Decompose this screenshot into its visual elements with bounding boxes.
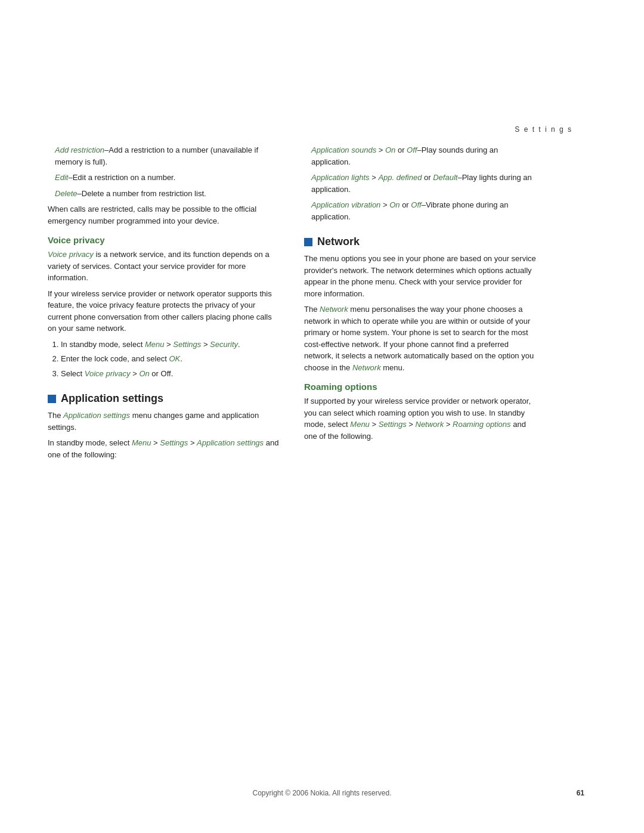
step3-end: . xyxy=(171,369,174,378)
edit-block: Edit–Edit a restriction on a number. xyxy=(48,172,280,184)
step-2: Enter the lock code, and select OK. xyxy=(61,353,280,365)
left-column: Add restriction–Add a restriction to a n… xyxy=(48,144,280,465)
voice-privacy-heading-text: Voice privacy xyxy=(48,235,105,245)
step1-menu: Menu xyxy=(145,340,165,349)
edit-text: –Edit a restriction on a number. xyxy=(68,173,175,182)
network-p2-final: menu. xyxy=(381,363,405,372)
edit-para: Edit–Edit a restriction on a number. xyxy=(55,172,280,184)
right-column: Application sounds > On or Off–Play soun… xyxy=(304,144,537,465)
page-header: S e t t i n g s xyxy=(0,0,644,134)
roaming-sep3: > xyxy=(444,420,453,429)
page: S e t t i n g s Add restriction–Add a re… xyxy=(0,0,644,833)
add-restriction-link: Add restriction xyxy=(55,145,104,154)
app-settings-p2-sep: > xyxy=(188,438,197,447)
network-p2-end: menu personalises the way your phone cho… xyxy=(304,305,534,372)
app-sounds-para: Application sounds > On or Off–Play soun… xyxy=(311,144,537,168)
roaming-p1: If supported by your wireless service pr… xyxy=(304,395,537,442)
network-section-heading: Network xyxy=(304,236,537,248)
voice-privacy-steps: In standby mode, select Menu > Settings … xyxy=(48,339,280,380)
app-vibration-para: Application vibration > On or Off–Vibrat… xyxy=(311,199,537,222)
step3-on: On xyxy=(139,369,149,378)
roaming-settings: Settings xyxy=(379,420,407,429)
network-p2: The Network menu personalises the way yo… xyxy=(304,304,537,373)
copyright-text: Copyright © 2006 Nokia. All rights reser… xyxy=(253,789,392,797)
step-1: In standby mode, select Menu > Settings … xyxy=(61,339,280,351)
app-settings-p2-menu: Menu xyxy=(132,438,151,447)
network-p2-start: The xyxy=(304,305,320,314)
network-p1: The menu options you see in your phone a… xyxy=(304,253,537,299)
app-sounds-off: Off xyxy=(407,145,417,154)
roaming-heading: Roaming options xyxy=(304,382,537,392)
app-settings-p2: In standby mode, select Menu > Settings … xyxy=(48,437,280,460)
app-lights-or: or xyxy=(422,173,433,182)
add-restriction-block: Add restriction–Add a restriction to a n… xyxy=(48,144,280,168)
edit-link: Edit xyxy=(55,173,68,182)
app-vibration-link: Application vibration xyxy=(311,200,380,209)
app-sounds-on: On xyxy=(385,145,395,154)
delete-para: Delete–Delete a number from restriction … xyxy=(55,188,280,200)
voice-privacy-heading: Voice privacy xyxy=(48,235,280,245)
app-settings-p2-mid: > xyxy=(151,438,160,447)
app-vibration-on: On xyxy=(389,200,400,209)
app-vibration-block: Application vibration > On or Off–Vibrat… xyxy=(304,199,537,222)
app-lights-para: Application lights > App. defined or Def… xyxy=(311,172,537,195)
app-lights-app-defined: App. defined xyxy=(378,173,422,182)
app-lights-block: Application lights > App. defined or Def… xyxy=(304,172,537,195)
app-vibration-mid: > xyxy=(380,200,389,209)
step2-end: . xyxy=(180,354,182,363)
step3-off: Off xyxy=(161,369,171,378)
delete-link: Delete xyxy=(55,189,78,198)
add-restriction-para: Add restriction–Add a restriction to a n… xyxy=(55,144,280,168)
app-sounds-mid: > xyxy=(376,145,385,154)
network-heading-box xyxy=(304,238,312,246)
step1-text: In standby mode, select xyxy=(61,340,145,349)
app-settings-link: Application settings xyxy=(63,411,130,420)
step2-ok: OK xyxy=(169,354,180,363)
network-p2-link: Network xyxy=(320,305,348,314)
step1-sep: > xyxy=(201,340,210,349)
step-3: Select Voice privacy > On or Off. xyxy=(61,368,280,380)
step3-or: or xyxy=(150,369,161,378)
voice-privacy-link: Voice privacy xyxy=(48,250,94,259)
step3-text: Select xyxy=(61,369,85,378)
roaming-menu: Menu xyxy=(350,420,370,429)
footer-copyright: Copyright © 2006 Nokia. All rights reser… xyxy=(0,789,644,797)
roaming-sep2: > xyxy=(407,420,416,429)
step1-end: . xyxy=(238,340,240,349)
content-area: Add restriction–Add a restriction to a n… xyxy=(0,134,644,465)
roaming-network: Network xyxy=(416,420,444,429)
header-label: S e t t i n g s xyxy=(515,125,572,134)
page-number: 61 xyxy=(577,789,584,797)
app-settings-heading-box xyxy=(48,395,56,403)
roaming-heading-text: Roaming options xyxy=(304,382,377,392)
app-settings-heading-text: Application settings xyxy=(61,392,163,405)
step3-link: Voice privacy xyxy=(85,369,131,378)
app-lights-default: Default xyxy=(433,173,457,182)
step1-security: Security xyxy=(210,340,238,349)
delete-text: –Delete a number from restriction list. xyxy=(78,189,206,198)
app-sounds-link: Application sounds xyxy=(311,145,376,154)
app-settings-p2-link: Application settings xyxy=(197,438,264,447)
network-heading-text: Network xyxy=(317,236,360,248)
calls-restricted-para: When calls are restricted, calls may be … xyxy=(48,203,280,227)
step3-mid: > xyxy=(131,369,140,378)
app-sounds-or: or xyxy=(395,145,407,154)
app-settings-intro: The Application settings menu changes ga… xyxy=(48,410,280,433)
step1-mid: > xyxy=(164,340,173,349)
step1-settings: Settings xyxy=(173,340,201,349)
app-vibration-off: Off xyxy=(411,200,421,209)
voice-privacy-p2: If your wireless service provider or net… xyxy=(48,288,280,335)
voice-privacy-intro-para: Voice privacy is a network service, and … xyxy=(48,249,280,284)
app-lights-link: Application lights xyxy=(311,173,370,182)
app-settings-section-heading: Application settings xyxy=(48,392,280,405)
app-lights-mid: > xyxy=(370,173,379,182)
app-settings-para-start: The xyxy=(48,411,63,420)
app-vibration-or: or xyxy=(400,200,411,209)
app-settings-p2-settings: Settings xyxy=(160,438,188,447)
network-p2-link2: Network xyxy=(352,363,381,372)
roaming-options: Roaming options xyxy=(453,420,511,429)
delete-block: Delete–Delete a number from restriction … xyxy=(48,188,280,200)
roaming-sep1: > xyxy=(370,420,379,429)
app-settings-p2-start: In standby mode, select xyxy=(48,438,132,447)
footer-page-number: 61 xyxy=(577,789,584,797)
